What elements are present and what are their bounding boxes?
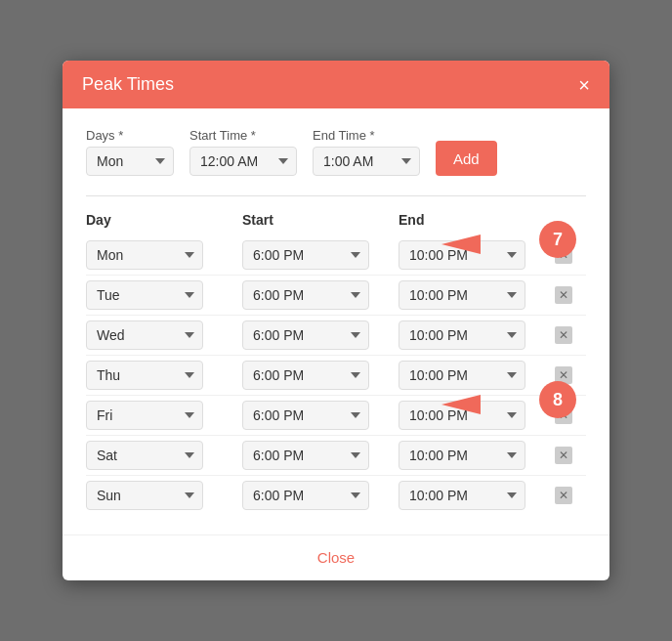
footer-close-button[interactable]: Close [317,549,355,566]
row-start-select-0[interactable]: 12:00 AM1:00 AM2:00 AM3:00 AM4:00 AM5:00… [242,240,369,270]
table-body: MonTueWedThuFriSatSun 12:00 AM1:00 AM2:0… [86,235,586,515]
delete-row-button-1[interactable]: ✕ [555,286,572,304]
row-start-select-6[interactable]: 12:00 AM1:00 AM2:00 AM3:00 AM4:00 AM5:00… [242,481,369,510]
table-row: MonTueWedThuFriSatSun 12:00 AM1:00 AM2:0… [86,276,586,316]
row-start-select-2[interactable]: 12:00 AM1:00 AM2:00 AM3:00 AM4:00 AM5:00… [242,320,369,350]
table-row: MonTueWedThuFriSatSun 12:00 AM1:00 AM2:0… [86,436,586,476]
col-start-header: Start [242,212,399,228]
callout-7-badge: 7 [539,221,576,258]
callout-8-badge: 8 [539,381,576,418]
days-select[interactable]: Mon Tue Wed Thu Fri Sat Sun [86,147,174,176]
modal-close-button[interactable]: × [578,75,590,95]
table-row: MonTueWedThuFriSatSun 12:00 AM1:00 AM2:0… [86,316,586,356]
days-field-group: Days * Mon Tue Wed Thu Fri Sat Sun [86,128,174,176]
col-day-header: Day [86,212,242,228]
row-end-select-6[interactable]: 12:00 AM1:00 AM2:00 AM3:00 AM4:00 AM5:00… [399,481,525,510]
end-time-field-group: End Time * 1:00 AM 12:00 AM 6:00 PM 10:0… [313,128,420,176]
row-end-select-2[interactable]: 12:00 AM1:00 AM2:00 AM3:00 AM4:00 AM5:00… [399,320,525,350]
row-end-select-1[interactable]: 12:00 AM1:00 AM2:00 AM3:00 AM4:00 AM5:00… [399,280,525,310]
row-day-select-3[interactable]: MonTueWedThuFriSatSun [86,361,203,390]
row-day-select-0[interactable]: MonTueWedThuFriSatSun [86,240,203,270]
delete-x-icon-2: ✕ [555,326,572,344]
start-time-field-group: Start Time * 12:00 AM 1:00 AM 6:00 PM 10… [189,128,297,176]
delete-row-button-6[interactable]: ✕ [555,487,572,504]
callout-8-arrow [441,390,495,419]
row-day-select-6[interactable]: MonTueWedThuFriSatSun [86,481,203,510]
start-time-select[interactable]: 12:00 AM 1:00 AM 6:00 PM 10:00 PM [189,147,297,176]
end-time-label: End Time * [313,128,420,143]
modal-title: Peak Times [82,74,174,95]
row-day-select-1[interactable]: MonTueWedThuFriSatSun [86,280,203,310]
delete-row-button-2[interactable]: ✕ [555,326,572,344]
callout-7-group: 7 [490,221,576,258]
delete-row-button-5[interactable]: ✕ [555,447,572,464]
callout-8-group: 8 [490,381,576,418]
svg-marker-1 [441,395,481,414]
delete-x-icon-1: ✕ [555,286,572,304]
delete-x-icon-6: ✕ [555,487,572,504]
modal-header: Peak Times × [63,61,609,108]
row-end-select-5[interactable]: 12:00 AM1:00 AM2:00 AM3:00 AM4:00 AM5:00… [399,441,525,470]
row-start-select-5[interactable]: 12:00 AM1:00 AM2:00 AM3:00 AM4:00 AM5:00… [242,441,369,470]
peak-times-modal: Peak Times × Days * Mon Tue Wed Thu Fri … [63,61,609,580]
start-time-label: Start Time * [189,128,297,143]
row-start-select-1[interactable]: 12:00 AM1:00 AM2:00 AM3:00 AM4:00 AM5:00… [242,280,369,310]
add-button[interactable]: Add [436,141,497,176]
modal-body: Days * Mon Tue Wed Thu Fri Sat Sun Start… [63,108,609,534]
modal-footer: Close [63,534,609,580]
days-label: Days * [86,128,174,143]
add-form-row: Days * Mon Tue Wed Thu Fri Sat Sun Start… [86,128,586,176]
delete-x-icon-5: ✕ [555,447,572,464]
row-start-select-3[interactable]: 12:00 AM1:00 AM2:00 AM3:00 AM4:00 AM5:00… [242,361,369,390]
end-time-select[interactable]: 1:00 AM 12:00 AM 6:00 PM 10:00 PM [313,147,420,176]
row-start-select-4[interactable]: 12:00 AM1:00 AM2:00 AM3:00 AM4:00 AM5:00… [242,401,369,430]
table-row: MonTueWedThuFriSatSun 12:00 AM1:00 AM2:0… [86,476,586,515]
callout-7-arrow [441,230,495,259]
row-day-select-5[interactable]: MonTueWedThuFriSatSun [86,441,203,470]
row-day-select-2[interactable]: MonTueWedThuFriSatSun [86,320,203,350]
svg-marker-0 [441,235,481,254]
row-day-select-4[interactable]: MonTueWedThuFriSatSun [86,401,203,430]
